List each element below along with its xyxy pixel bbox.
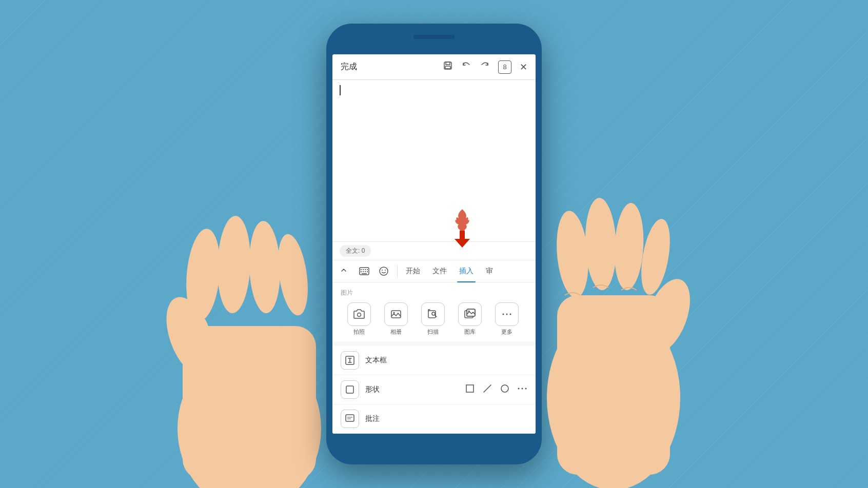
svg-point-5 xyxy=(248,220,282,314)
svg-point-40 xyxy=(522,388,523,390)
undo-icon[interactable] xyxy=(461,60,471,73)
tab-file[interactable]: 文件 xyxy=(426,260,453,282)
phone-screen: 完成 xyxy=(332,54,536,434)
more-label: 更多 xyxy=(501,328,512,336)
svg-marker-46 xyxy=(455,239,470,248)
close-icon[interactable]: ✕ xyxy=(520,62,527,73)
word-count-bar: 全文: 0 xyxy=(332,241,536,260)
right-hand-illustration xyxy=(531,141,696,488)
svg-point-51 xyxy=(584,197,618,291)
textbox-icon xyxy=(341,351,359,370)
svg-point-38 xyxy=(501,385,508,392)
shape-icon xyxy=(341,380,359,399)
gallery-item[interactable]: 图库 xyxy=(451,302,488,336)
textbox-label: 文本框 xyxy=(365,356,527,365)
top-toolbar: 完成 xyxy=(332,54,536,80)
svg-point-22 xyxy=(385,270,386,271)
more-item[interactable]: 更多 xyxy=(488,302,525,336)
svg-point-33 xyxy=(506,314,508,315)
svg-rect-37 xyxy=(466,385,474,392)
svg-point-39 xyxy=(518,388,520,390)
svg-rect-17 xyxy=(365,271,366,272)
phone-speaker xyxy=(413,35,455,39)
gallery-label: 图库 xyxy=(464,328,476,336)
images-grid: 拍照 xyxy=(341,302,527,336)
svg-rect-16 xyxy=(363,271,364,272)
svg-point-20 xyxy=(380,267,388,275)
insert-panel: 图片 拍照 xyxy=(332,282,536,434)
gallery-icon xyxy=(458,302,482,326)
svg-point-23 xyxy=(358,313,361,317)
images-section: 图片 拍照 xyxy=(332,282,536,342)
comment-row[interactable]: 批注 xyxy=(332,404,536,434)
svg-point-50 xyxy=(554,210,592,299)
shape-line[interactable] xyxy=(482,383,492,396)
svg-point-32 xyxy=(503,314,504,315)
comment-label: 批注 xyxy=(365,414,527,423)
scan-label: 扫描 xyxy=(427,328,439,336)
text-cursor xyxy=(340,85,341,95)
textbox-row[interactable]: 文本框 xyxy=(332,346,536,375)
tab-bar: 开始 文件 插入 审 xyxy=(332,260,536,282)
shape-row[interactable]: 形状 xyxy=(332,375,536,404)
tab-review[interactable]: 审 xyxy=(480,260,499,282)
images-label: 图片 xyxy=(341,289,527,297)
redo-icon[interactable] xyxy=(480,60,490,73)
album-label: 相册 xyxy=(390,328,402,336)
shape-more[interactable] xyxy=(517,383,527,396)
shape-label: 形状 xyxy=(365,385,465,394)
shape-square[interactable] xyxy=(465,383,475,396)
camera-item[interactable]: 拍照 xyxy=(341,302,378,336)
svg-rect-14 xyxy=(367,269,368,270)
red-arrow xyxy=(449,209,475,252)
comment-icon xyxy=(341,410,359,428)
scan-item[interactable]: 扫描 xyxy=(415,302,451,336)
album-item[interactable]: 相册 xyxy=(378,302,415,336)
svg-rect-42 xyxy=(346,415,354,421)
svg-point-6 xyxy=(273,232,312,317)
svg-rect-9 xyxy=(445,66,450,69)
svg-rect-36 xyxy=(346,386,353,393)
tab-items: 开始 文件 插入 审 xyxy=(400,260,534,282)
scene: 完成 xyxy=(203,8,665,480)
emoji-icon[interactable] xyxy=(374,262,393,280)
collapse-icon[interactable] xyxy=(334,266,353,277)
svg-rect-15 xyxy=(361,271,362,272)
page-count-badge[interactable]: 8 xyxy=(498,60,511,74)
toolbar-icons: 8 ✕ xyxy=(443,60,527,74)
more-icon xyxy=(495,302,519,326)
tab-divider xyxy=(397,265,398,277)
shape-circle[interactable] xyxy=(500,383,510,396)
save-icon[interactable] xyxy=(443,60,453,73)
camera-icon xyxy=(347,302,371,326)
word-count: 全文: 0 xyxy=(340,245,371,257)
svg-rect-19 xyxy=(362,273,367,274)
phone-body: 完成 xyxy=(326,24,542,464)
camera-label: 拍照 xyxy=(353,328,365,336)
editor-area[interactable] xyxy=(332,80,536,241)
tab-quick-icons xyxy=(353,262,395,280)
svg-point-52 xyxy=(613,202,646,291)
svg-rect-12 xyxy=(363,269,364,270)
svg-point-21 xyxy=(382,270,383,271)
svg-point-31 xyxy=(468,311,470,312)
done-button[interactable]: 完成 xyxy=(341,62,357,72)
shape-options xyxy=(465,383,527,396)
svg-point-41 xyxy=(525,388,527,390)
scan-icon xyxy=(421,302,445,326)
album-icon xyxy=(384,302,408,326)
svg-rect-13 xyxy=(365,269,366,270)
tab-insert[interactable]: 插入 xyxy=(453,260,480,282)
svg-rect-18 xyxy=(367,271,368,272)
app-ui: 完成 xyxy=(332,54,536,434)
svg-point-25 xyxy=(393,312,395,314)
left-hand-illustration xyxy=(162,172,337,488)
svg-point-34 xyxy=(510,314,511,315)
svg-rect-8 xyxy=(446,62,450,65)
svg-rect-11 xyxy=(361,269,362,270)
svg-point-4 xyxy=(216,215,252,314)
keyboard-icon[interactable] xyxy=(355,262,373,280)
tab-start[interactable]: 开始 xyxy=(400,260,426,282)
